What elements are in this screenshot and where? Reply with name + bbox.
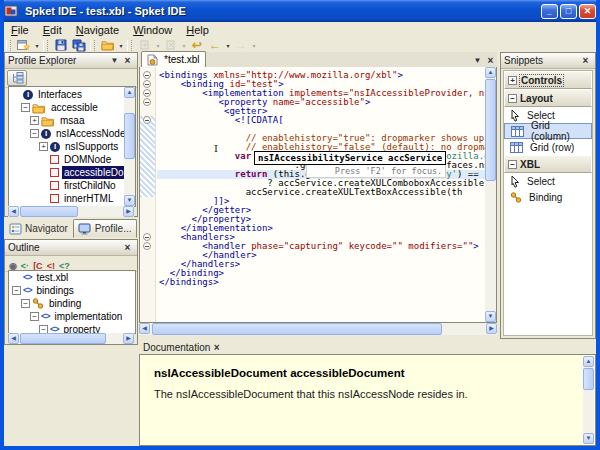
window-title: Spket IDE - test.xbl - Spket IDE — [25, 5, 539, 17]
expander-spacer — [39, 194, 48, 203]
fold-collapse-icon[interactable] — [143, 233, 151, 241]
profile-item-msaa[interactable]: +msaa — [9, 114, 124, 127]
snippet-grid-column[interactable]: Grid (column) — [504, 123, 592, 139]
editor-vscrollbar[interactable]: ▲ ▼ — [485, 67, 496, 322]
expander-spacer — [39, 168, 48, 177]
expander-plus-icon[interactable]: + — [39, 142, 48, 151]
outline-item-test-xbl[interactable]: <>test.xbl — [9, 271, 135, 284]
profile-explorer-tree: IInterfaces−accessible+msaa−InsIAccessNo… — [8, 86, 136, 207]
editor-gutter — [140, 67, 156, 322]
close-icon[interactable]: × — [121, 242, 134, 254]
editor-tab-test-xbl[interactable]: *test.xbl — [141, 51, 206, 67]
profile-item-firstchildno[interactable]: firstChildNo — [9, 179, 124, 192]
expander-minus-icon[interactable]: − — [30, 312, 39, 321]
profile-item-interfaces[interactable]: IInterfaces — [9, 88, 124, 101]
expander-plus-icon[interactable]: + — [508, 76, 517, 85]
back-dropdown-icon[interactable]: ▾ — [224, 42, 232, 49]
profile-icon — [78, 223, 92, 235]
expander-plus-icon[interactable]: + — [30, 116, 39, 125]
profile-tree-vscrollbar[interactable]: ▲ ▼ — [124, 87, 135, 206]
tree-label: firstChildNo — [62, 179, 118, 192]
close-icon[interactable]: × — [210, 342, 223, 354]
profile-tree-hscrollbar[interactable]: ◀ ▶ — [8, 206, 134, 217]
editor-hscrollbar[interactable]: ◀ ▶ — [139, 323, 497, 335]
save-all-button[interactable] — [70, 38, 88, 52]
editor-area: *test.xbl ▼ × <bindings xmlns="http://ww… — [139, 52, 497, 341]
view-menu-icon[interactable]: ▼ — [108, 55, 121, 67]
doc-vscrollbar[interactable]: ▲ ▼ — [583, 356, 594, 444]
close-icon[interactable]: × — [579, 55, 592, 67]
expander-spacer — [39, 155, 48, 164]
new-wizard-dropdown-icon[interactable]: ▾ — [33, 42, 41, 49]
expander-minus-icon[interactable]: − — [508, 160, 517, 169]
profile-item-accessible[interactable]: −accessible — [9, 101, 124, 114]
snippet-select[interactable]: Select — [504, 173, 592, 189]
fold-collapse-icon[interactable] — [143, 71, 151, 79]
open-resource-button[interactable] — [99, 38, 117, 52]
fold-collapse-icon[interactable] — [143, 80, 151, 88]
last-edit-location-button[interactable]: ↩ — [188, 38, 206, 52]
fold-collapse-icon[interactable] — [143, 89, 151, 97]
panel-title: Outline — [8, 242, 121, 253]
toolbar-grip — [127, 40, 132, 51]
profile-item-nsisupports[interactable]: +InsISupports — [9, 140, 124, 153]
disabled-tool-2-dropdown-icon: ▾ — [180, 42, 188, 49]
menu-help[interactable]: Help — [179, 23, 216, 37]
fold-collapse-icon[interactable] — [143, 242, 151, 250]
menu-bar: FileEditNavigateWindowHelp — [4, 22, 596, 39]
xml-icon: <> — [41, 310, 50, 323]
snippets-section-layout[interactable]: −Layout — [504, 89, 592, 107]
menu-edit[interactable]: Edit — [36, 23, 69, 37]
code-area[interactable]: <bindings xmlns="http://www.mozilla.org/… — [157, 67, 485, 322]
view-tab-navigator[interactable]: Navigator — [4, 219, 73, 238]
outline-hscrollbar[interactable]: ◀ ▶ — [8, 333, 134, 344]
toolbar-grip — [90, 40, 95, 51]
tree-mode-button[interactable] — [7, 70, 27, 86]
menu-file[interactable]: File — [4, 23, 36, 37]
menu-window[interactable]: Window — [126, 23, 179, 37]
minimize-button[interactable]: _ — [541, 4, 558, 19]
profile-item-innerhtml[interactable]: innerHTML — [9, 192, 124, 205]
view-tab-profile[interactable]: Profile... — [73, 219, 137, 238]
expander-spacer — [12, 90, 21, 99]
expander-minus-icon[interactable]: − — [12, 286, 21, 295]
forward-button: → — [232, 38, 250, 52]
profile-item-accessibledo[interactable]: accessibleDo — [9, 166, 124, 179]
view-tab-label: Navigator — [25, 223, 68, 234]
tree-label: nsISupports — [63, 140, 120, 153]
tree-label: binding — [47, 297, 83, 310]
toolbar-grip — [43, 40, 48, 51]
expander-minus-icon[interactable]: − — [21, 103, 30, 112]
outline-item-binding[interactable]: −binding — [9, 297, 135, 310]
expander-minus-icon[interactable]: − — [30, 129, 39, 138]
fold-collapse-icon[interactable] — [143, 116, 151, 124]
outline-item-implementation[interactable]: −<>implementation — [9, 310, 135, 323]
expander-minus-icon[interactable]: − — [508, 94, 517, 103]
close-icon[interactable]: × — [121, 55, 134, 67]
maximize-button[interactable]: □ — [560, 4, 577, 19]
tree-label: bindings — [35, 284, 76, 297]
panel-title: Snippets — [504, 55, 579, 66]
new-wizard-button[interactable] — [15, 38, 33, 52]
save-button[interactable] — [52, 38, 70, 52]
code-line: </bindings> — [159, 278, 485, 287]
open-resource-dropdown-icon[interactable]: ▾ — [117, 42, 125, 49]
snippets-section-xbl[interactable]: −XBL — [504, 155, 592, 173]
back-button[interactable]: ← — [206, 38, 224, 52]
menu-navigate[interactable]: Navigate — [69, 23, 126, 37]
outline-item-bindings[interactable]: −<>bindings — [9, 284, 135, 297]
grid-icon — [511, 126, 524, 137]
outline-panel: Outline × ◉<·[C<!<? <>test.xbl−<>binding… — [4, 239, 138, 345]
expander-minus-icon[interactable]: − — [21, 299, 30, 308]
snippet-binding[interactable]: Binding — [504, 189, 592, 205]
fold-collapse-icon[interactable] — [143, 98, 151, 106]
profile-item-domnode[interactable]: DOMNode — [9, 153, 124, 166]
property-icon — [50, 155, 59, 164]
editor-menu-icon[interactable]: ▼ — [471, 55, 484, 67]
editor-close-icon[interactable]: × — [484, 55, 497, 67]
profile-item-nsiaccessnode[interactable]: −InsIAccessNode — [9, 127, 124, 140]
close-button[interactable]: ✕ — [579, 4, 596, 19]
editor-content[interactable]: <bindings xmlns="http://www.mozilla.org/… — [139, 67, 497, 323]
expander-spacer — [39, 181, 48, 190]
snippets-section-controls[interactable]: +Controls — [504, 71, 592, 89]
